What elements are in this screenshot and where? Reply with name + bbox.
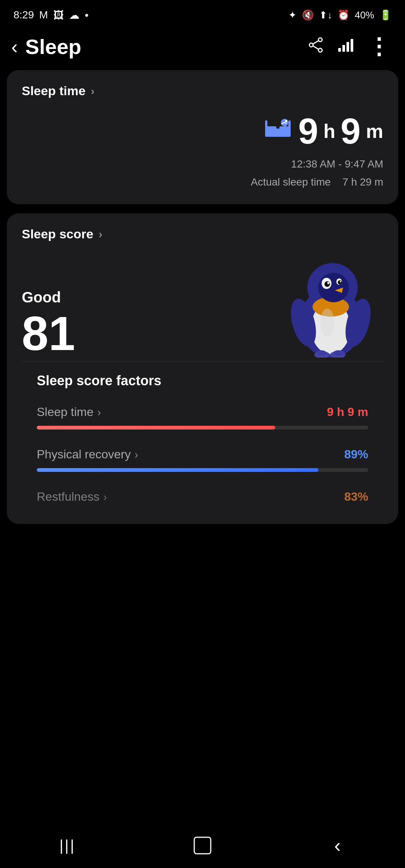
photos-icon: 🖼 xyxy=(53,9,64,21)
bed-icon xyxy=(263,117,293,146)
svg-rect-5 xyxy=(338,48,341,52)
sleep-details: 12:38 AM - 9:47 AM Actual sleep time 7 h… xyxy=(22,155,383,191)
penguin-illustration xyxy=(278,253,383,358)
status-left: 8:29 M 🖼 ☁ ● xyxy=(14,9,89,21)
status-bar: 8:29 M 🖼 ☁ ● ✦ 🔇 ⬆↓ ⏰ 40% 🔋 xyxy=(0,0,405,27)
factor-item-sleep-time: Sleep time › 9 h 9 m xyxy=(37,405,368,430)
bluetooth-icon: ✦ xyxy=(288,9,297,21)
factor-row-sleep-time: Sleep time › 9 h 9 m xyxy=(37,405,368,419)
sleep-score-chevron: › xyxy=(99,228,102,241)
progress-bar-bg-sleep-time xyxy=(37,426,368,430)
progress-bar-fill-sleep-time xyxy=(37,426,275,430)
factor-label-sleep-time: Sleep time xyxy=(37,405,93,419)
factor-name-sleep-time[interactable]: Sleep time › xyxy=(37,405,101,419)
svg-point-20 xyxy=(318,273,349,302)
nav-right: ⋮ xyxy=(308,37,390,57)
score-left: Good 81 xyxy=(22,289,75,358)
factor-label-restfulness: Restfulness xyxy=(37,490,99,504)
factor-value-restfulness: 83% xyxy=(344,490,368,504)
score-quality-label: Good xyxy=(22,289,75,306)
factor-item-physical-recovery: Physical recovery › 89% xyxy=(37,447,368,472)
sleep-score-header[interactable]: Sleep score › xyxy=(22,227,383,241)
svg-point-33 xyxy=(320,309,334,337)
sleep-hours-unit: h xyxy=(324,120,336,142)
home-button[interactable] xyxy=(184,834,221,857)
svg-rect-34 xyxy=(194,837,211,854)
svg-rect-6 xyxy=(342,45,345,52)
svg-rect-12 xyxy=(265,120,267,137)
svg-point-25 xyxy=(338,280,342,284)
sleep-mins-value: 9 xyxy=(340,113,360,149)
mute-icon: 🔇 xyxy=(302,9,314,21)
factors-section: Sleep score factors Sleep time › 9 h 9 m… xyxy=(22,373,383,504)
factor-value-physical-recovery: 89% xyxy=(344,447,368,461)
svg-point-31 xyxy=(315,350,327,356)
top-nav: ‹ Sleep ⋮ xyxy=(0,27,405,66)
sleep-time-range: 12:38 AM - 9:47 AM xyxy=(22,155,383,173)
status-right: ✦ 🔇 ⬆↓ ⏰ 40% 🔋 xyxy=(288,9,392,21)
sleep-main-time: 9 h 9 m xyxy=(22,113,383,149)
score-divider xyxy=(22,361,383,362)
sleep-time-card: Sleep time › 9 h 9 m 12:38 AM - 9:47 AM … xyxy=(7,70,398,204)
progress-bar-fill-physical-recovery xyxy=(37,468,318,472)
svg-point-24 xyxy=(327,282,330,284)
sleep-hours-value: 9 xyxy=(298,113,318,149)
svg-rect-13 xyxy=(288,120,291,137)
factor-label-physical-recovery: Physical recovery xyxy=(37,447,131,461)
alarm-icon: ⏰ xyxy=(338,9,350,21)
factor-row-physical-recovery: Physical recovery › 89% xyxy=(37,447,368,461)
time-display: 8:29 xyxy=(14,9,34,21)
dot-icon: ● xyxy=(85,11,89,19)
factor-chevron-physical-recovery: › xyxy=(135,448,138,461)
score-number: 81 xyxy=(22,310,75,358)
sleep-time-header[interactable]: Sleep time › xyxy=(22,84,383,98)
svg-point-23 xyxy=(324,281,330,287)
actual-sleep-value: 7 h 29 m xyxy=(342,176,383,188)
share-button[interactable] xyxy=(308,37,324,57)
svg-point-32 xyxy=(333,350,345,356)
factor-value-sleep-time: 9 h 9 m xyxy=(327,405,368,419)
factor-item-restfulness: Restfulness › 83% xyxy=(37,490,368,504)
sleep-mins-unit: m xyxy=(366,120,383,142)
battery-display: 40% xyxy=(355,9,374,21)
factor-chevron-sleep-time: › xyxy=(97,406,101,419)
svg-point-26 xyxy=(340,281,341,283)
actual-sleep-label: Actual sleep time xyxy=(251,176,331,188)
factor-name-physical-recovery[interactable]: Physical recovery › xyxy=(37,447,138,461)
actual-sleep-info: Actual sleep time 7 h 29 m xyxy=(22,173,383,191)
wifi-icon: ⬆↓ xyxy=(319,9,332,21)
factor-chevron-restfulness: › xyxy=(103,491,107,503)
svg-line-3 xyxy=(313,40,319,44)
score-content: Good 81 xyxy=(22,253,383,358)
svg-rect-7 xyxy=(346,42,349,52)
page-title: Sleep xyxy=(25,34,81,59)
bottom-nav: ||| ‹ xyxy=(0,823,405,868)
sleep-time-chevron: › xyxy=(91,85,94,97)
battery-icon: 🔋 xyxy=(380,9,392,21)
cloud-icon: ☁ xyxy=(69,9,80,21)
back-button[interactable]: ‹ xyxy=(11,37,18,57)
gmail-icon: M xyxy=(39,9,48,21)
factor-row-restfulness: Restfulness › 83% xyxy=(37,490,368,504)
nav-left: ‹ Sleep xyxy=(11,34,81,59)
svg-line-4 xyxy=(313,46,319,49)
sleep-time-label: Sleep time xyxy=(22,84,86,98)
more-menu-button[interactable]: ⋮ xyxy=(368,39,390,55)
factor-name-restfulness[interactable]: Restfulness › xyxy=(37,490,107,504)
recents-button[interactable]: ||| xyxy=(49,834,86,857)
factors-title: Sleep score factors xyxy=(37,373,368,389)
svg-rect-8 xyxy=(351,39,353,52)
svg-point-15 xyxy=(285,120,287,122)
sleep-score-label: Sleep score xyxy=(22,227,93,241)
sleep-score-card: Sleep score › Good 81 xyxy=(7,213,398,524)
back-button-nav[interactable]: ‹ xyxy=(319,834,356,857)
signal-icon xyxy=(338,37,354,56)
progress-bar-bg-physical-recovery xyxy=(37,468,368,472)
